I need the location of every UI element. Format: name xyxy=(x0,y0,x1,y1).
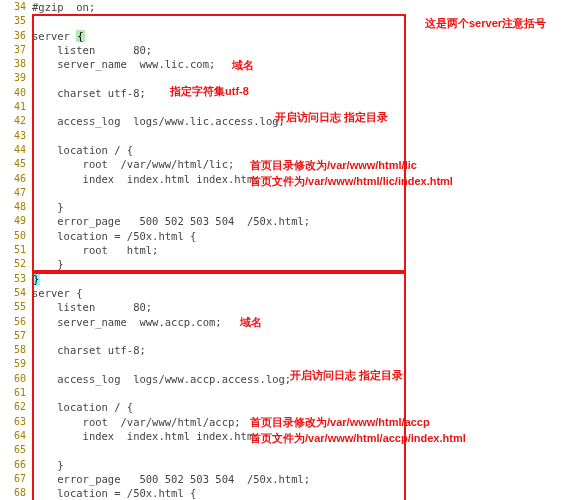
code-line: listen 80; xyxy=(32,43,584,57)
code-line: listen 80; xyxy=(32,300,584,314)
line-number: 41 xyxy=(0,100,32,114)
line-number: 34 xyxy=(0,0,32,14)
line-number: 57 xyxy=(0,329,32,343)
code-line xyxy=(32,329,584,343)
line-number: 63 xyxy=(0,415,32,429)
line-number: 44 xyxy=(0,143,32,157)
code-line: error_page 500 502 503 504 /50x.html; xyxy=(32,214,584,228)
line-number: 42 xyxy=(0,114,32,128)
line-number: 64 xyxy=(0,429,32,443)
line-number: 39 xyxy=(0,71,32,85)
line-number: 53 xyxy=(0,272,32,286)
line-number: 50 xyxy=(0,229,32,243)
line-number: 59 xyxy=(0,357,32,371)
brace-highlight: { xyxy=(76,30,84,42)
line-number: 58 xyxy=(0,343,32,357)
code-line: } xyxy=(32,257,584,271)
code-line: location = /50x.html { xyxy=(32,486,584,500)
editor-view[interactable]: 34#gzip on; 35 36server { 37 listen 80; … xyxy=(0,0,584,500)
code-line: index index.html index.htm; xyxy=(32,172,584,186)
code-line: location = /50x.html { xyxy=(32,229,584,243)
line-number: 60 xyxy=(0,372,32,386)
line-number: 36 xyxy=(0,29,32,43)
code-line xyxy=(32,443,584,457)
code-line: server_name www.accp.com; xyxy=(32,315,584,329)
line-number: 48 xyxy=(0,200,32,214)
code-line: charset utf-8; xyxy=(32,343,584,357)
code-line xyxy=(32,186,584,200)
line-number: 38 xyxy=(0,57,32,71)
line-number: 47 xyxy=(0,186,32,200)
code-line: #gzip on; xyxy=(32,0,584,14)
code-line: location / { xyxy=(32,143,584,157)
code-line xyxy=(32,14,584,28)
code-line: } xyxy=(32,200,584,214)
line-number: 46 xyxy=(0,172,32,186)
line-number: 45 xyxy=(0,157,32,171)
code-line: server_name www.lic.com; xyxy=(32,57,584,71)
code-line: root html; xyxy=(32,243,584,257)
code-line xyxy=(32,71,584,85)
line-number: 68 xyxy=(0,486,32,500)
code-line: server { xyxy=(32,286,584,300)
code-line: access_log logs/www.accp.access.log; xyxy=(32,372,584,386)
code-line: root /var/www/html/lic; xyxy=(32,157,584,171)
code-line: } xyxy=(32,458,584,472)
code-line: } xyxy=(32,272,584,286)
line-number: 52 xyxy=(0,257,32,271)
line-number: 51 xyxy=(0,243,32,257)
code-line: root /var/www/html/accp; xyxy=(32,415,584,429)
line-number: 67 xyxy=(0,472,32,486)
code-line xyxy=(32,129,584,143)
code-line: error_page 500 502 503 504 /50x.html; xyxy=(32,472,584,486)
brace-highlight-cursor: } xyxy=(32,273,40,285)
line-number: 43 xyxy=(0,129,32,143)
line-number: 61 xyxy=(0,386,32,400)
line-number: 65 xyxy=(0,443,32,457)
line-number: 40 xyxy=(0,86,32,100)
code-line: location / { xyxy=(32,400,584,414)
line-number: 49 xyxy=(0,214,32,228)
code-line: server { xyxy=(32,29,584,43)
code-line xyxy=(32,100,584,114)
line-number: 54 xyxy=(0,286,32,300)
line-number: 62 xyxy=(0,400,32,414)
code-line xyxy=(32,357,584,371)
line-number: 55 xyxy=(0,300,32,314)
line-number: 66 xyxy=(0,458,32,472)
code-text: server xyxy=(32,30,76,42)
code-line: index index.html index.htm; xyxy=(32,429,584,443)
line-number: 56 xyxy=(0,315,32,329)
line-number: 37 xyxy=(0,43,32,57)
code-line: access_log logs/www.lic.access.log; xyxy=(32,114,584,128)
code-line: charset utf-8; xyxy=(32,86,584,100)
code-line xyxy=(32,386,584,400)
line-number: 35 xyxy=(0,14,32,28)
